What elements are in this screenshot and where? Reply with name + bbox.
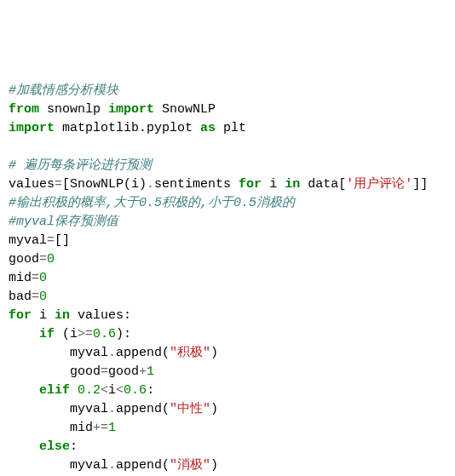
text: snownlp: [39, 102, 108, 117]
string: "积极": [170, 346, 210, 360]
number: 1: [147, 364, 154, 379]
text: [70, 383, 78, 398]
number: 0: [47, 252, 55, 267]
text: i: [262, 177, 285, 192]
operator: <: [101, 383, 108, 398]
operator: =: [39, 252, 47, 267]
text: []: [55, 233, 70, 248]
keyword-for: for: [9, 308, 32, 323]
operator: =: [32, 290, 39, 304]
keyword-elif: elif: [39, 383, 70, 398]
string: "中性": [170, 402, 210, 416]
text: ): [210, 402, 218, 416]
keyword-from: from: [9, 102, 39, 117]
operator: +: [139, 364, 147, 379]
keyword-in: in: [55, 308, 70, 323]
operator: =: [32, 271, 39, 285]
operator: .: [108, 458, 116, 473]
text: good: [70, 364, 101, 379]
number: 1: [108, 421, 116, 435]
text: append(: [116, 346, 170, 360]
string: '用户评论': [346, 177, 412, 192]
text: myval: [70, 458, 108, 473]
keyword-for: for: [239, 177, 262, 192]
text: values:: [70, 308, 131, 323]
operator: =: [101, 364, 108, 379]
text: append(: [116, 458, 170, 473]
string: "消极": [170, 458, 210, 473]
text: mid: [70, 421, 93, 435]
comment: #输出积极的概率,大于0.5积极的,小于0.5消极的: [9, 196, 295, 210]
text: myval: [70, 346, 108, 360]
text: (i: [55, 327, 78, 341]
text: ): [210, 458, 218, 473]
text: SnowNLP: [154, 102, 216, 117]
comment: # 遍历每条评论进行预测: [9, 158, 152, 173]
number: 0: [39, 271, 47, 285]
keyword-as: as: [200, 121, 216, 135]
text: [SnowNLP(i): [62, 177, 147, 192]
operator: .: [147, 177, 154, 192]
text: plt: [216, 121, 246, 135]
text: i: [108, 383, 116, 398]
text: sentiments: [154, 177, 239, 192]
keyword-if: if: [39, 327, 55, 341]
text: good: [108, 364, 139, 379]
text: :: [147, 383, 154, 398]
text: ):: [116, 327, 131, 341]
keyword-import: import: [9, 121, 55, 135]
operator: =: [47, 233, 55, 248]
keyword-import: import: [108, 102, 154, 117]
number: 0: [39, 290, 47, 304]
operator: .: [108, 402, 116, 416]
comment: #加载情感分析模块: [9, 83, 118, 98]
text: ]]: [412, 177, 428, 192]
number: 0.6: [93, 327, 116, 341]
keyword-in: in: [285, 177, 300, 192]
text: matplotlib.pyplot: [55, 121, 200, 135]
text: append(: [116, 402, 170, 416]
text: values: [9, 177, 55, 192]
code-block: #加载情感分析模块 from snownlp import SnowNLP im…: [9, 82, 446, 476]
text: myval: [9, 233, 47, 248]
text: i: [32, 308, 55, 323]
text: bad: [9, 290, 32, 304]
text: :: [70, 439, 78, 454]
text: myval: [70, 402, 108, 416]
operator: =: [55, 177, 62, 192]
comment: #myval保存预测值: [9, 215, 118, 229]
operator: <: [116, 383, 124, 398]
operator: +=: [93, 421, 108, 435]
keyword-else: else: [39, 439, 70, 454]
operator: .: [108, 346, 116, 360]
number: 0.6: [124, 383, 147, 398]
number: 0.2: [78, 383, 101, 398]
text: ): [210, 346, 218, 360]
text: mid: [9, 271, 32, 285]
text: data[: [300, 177, 346, 192]
operator: >=: [78, 327, 93, 341]
text: good: [9, 252, 39, 267]
